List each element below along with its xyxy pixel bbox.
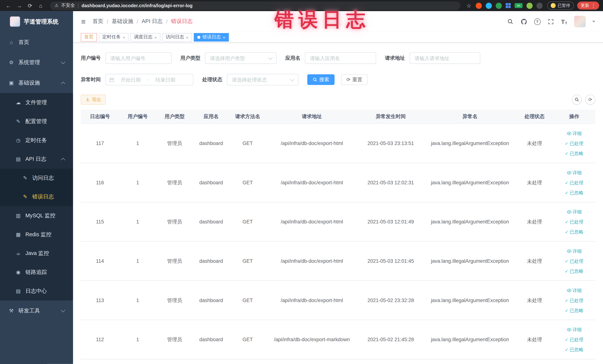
processed-link[interactable]: ✓已处理 [565,138,583,148]
app-logo[interactable]: 芋道管理系统 [0,11,73,32]
app-name-input[interactable] [305,52,376,64]
close-icon[interactable]: × [223,35,225,39]
tools-icon: ⚒ [8,308,15,314]
url-bar[interactable]: ⚠ 不安全 | dashboard.yudao.iocoder.cn/infra… [50,1,460,10]
detail-link[interactable]: 详细 [567,207,582,217]
sidebar-item-mysql-monitor[interactable]: ▥ MySQL 监控 [0,206,73,225]
sidebar-item-label: 文件管理 [25,99,47,106]
sidebar-item-file-management[interactable]: ☁ 文件管理 [0,93,73,112]
reset-button[interactable]: ⟳ 重置 [341,74,368,85]
filter-row-1: 用户编号 用户类型 应用名 请求 [81,52,595,64]
ignored-link[interactable]: ✓已忽略 [565,266,583,276]
update-button[interactable]: 更新 ⋮ [577,1,599,10]
reload-button[interactable]: ⟳ [25,1,35,10]
sidebar-item-system-management[interactable]: ⚙ 系统管理 [0,52,73,73]
profile-paused-badge[interactable]: 已暂停 [547,1,574,10]
toggle-search-button[interactable] [572,94,582,105]
github-icon[interactable] [520,18,527,25]
sidebar-item-trace[interactable]: ◉ 链路追踪 [0,263,73,282]
tab-error-log[interactable]: 错误日志 × [194,33,229,41]
help-icon[interactable]: ? [534,18,541,25]
eye-icon [567,170,571,175]
sidebar-item-access-log[interactable]: ✎ 访问日志 [0,169,73,188]
processed-link[interactable]: ✓已处理 [565,335,583,344]
sidebar-item-redis-monitor[interactable]: ▦ Redis 监控 [0,225,73,244]
table-row: 116 1 管理员 dashboard GET /api/infra/db-do… [81,163,595,202]
close-icon[interactable]: × [123,35,125,39]
search-button[interactable]: 搜索 [307,74,335,85]
hamburger-icon[interactable]: ≡ [79,17,88,26]
close-icon[interactable]: × [186,35,188,39]
filter-status: 处理状态 [202,74,299,85]
table-cell: 1 [119,241,156,281]
tab-scheduled-tasks[interactable]: 定时任务 × [99,33,129,41]
ignored-link[interactable]: ✓已忽略 [565,188,583,198]
status-select[interactable] [227,74,299,85]
sidebar-item-log-center[interactable]: ▤ 日志中心 [0,282,73,301]
pin-extension-icon[interactable] [536,2,543,9]
detail-link[interactable]: 详细 [567,285,582,295]
sidebar-item-api-log[interactable]: ▤ API 日志 [0,150,73,169]
table-cell: 113 [81,281,119,320]
database-icon: ▥ [15,213,22,218]
back-button[interactable]: ← [4,1,13,10]
security-label[interactable]: 不安全 [61,2,75,9]
orange-extension-icon[interactable] [475,2,482,9]
profile-avatar-icon [551,3,556,8]
breadcrumb-item-home[interactable]: 首页 [93,18,103,25]
avatar[interactable] [574,16,586,27]
exception-time-range-picker[interactable]: - [105,74,193,85]
check-icon: ✓ [565,148,568,158]
sidebar-item-java-monitor[interactable]: ☕ Java 监控 [0,244,73,263]
ignored-link[interactable]: ✓已忽略 [565,305,583,315]
green-extension-icon[interactable] [496,2,502,9]
refresh-button[interactable]: ⟳ [585,94,595,105]
tab-access-log[interactable]: 访问日志 × [162,33,192,41]
search-icon[interactable] [507,18,514,25]
detail-link[interactable]: 详细 [567,246,582,256]
home-button[interactable]: ⌂ [36,1,46,10]
detail-link[interactable]: 详细 [567,128,582,138]
home-icon: ⌂ [8,39,15,45]
ignored-link[interactable]: ✓已忽略 [565,344,583,354]
detail-link[interactable]: 详细 [567,325,582,335]
grid-extension-icon[interactable] [506,3,511,8]
processed-link[interactable]: ✓已处理 [565,177,583,188]
on-badge-extension-icon[interactable]: on [515,3,523,8]
chevron-down-icon[interactable] [592,21,595,22]
sidebar-item-dev-tools[interactable]: ⚒ 研发工具 [0,300,73,321]
processed-link[interactable]: ✓已处理 [565,256,583,266]
sidebar-item-home[interactable]: ⌂ 首页 [0,32,73,52]
tab-home[interactable]: 首页 [81,33,97,41]
close-icon[interactable]: × [154,35,157,39]
table-row: 112 1 管理员 dashboard GET /api/infra/db-do… [81,320,595,359]
ignored-link[interactable]: ✓已忽略 [565,148,583,158]
sidebar-item-error-log[interactable]: ✎ 错误日志 [0,187,73,206]
font-size-icon[interactable]: TT [561,18,568,25]
leaf-extension-icon[interactable] [526,2,533,9]
sidebar-item-scheduled-tasks[interactable]: ◷ 定时任务 [0,131,73,150]
sidebar-item-config-management[interactable]: ✎ 配置管理 [0,112,73,131]
forward-button[interactable]: → [15,1,24,10]
export-button[interactable]: 导出 [81,94,106,105]
breadcrumb-item-infrastructure[interactable]: 基础设施 [112,18,133,25]
sidebar-item-infrastructure[interactable]: ▣ 基础设施 [0,73,73,93]
detail-link[interactable]: 详细 [567,167,582,177]
bookmark-star-icon[interactable]: ☆ [466,2,471,9]
request-url-input[interactable] [409,52,480,64]
processed-link[interactable]: ✓已处理 [565,295,583,305]
breadcrumb-item-api-log[interactable]: API 日志 [142,18,162,25]
fullscreen-icon[interactable] [547,18,554,25]
table-cell: dashboard [193,281,229,320]
processed-link[interactable]: ✓已处理 [565,217,583,227]
ignored-link[interactable]: ✓已忽略 [565,227,583,237]
user-id-input[interactable] [105,52,172,64]
table-cell: 2021-05-02 23:32:28 [358,281,424,320]
user-type-select[interactable] [205,52,277,64]
tab-schedule-log[interactable]: 调度日志 × [130,33,160,41]
end-date-input[interactable] [151,76,180,83]
timer-icon: ◷ [15,137,22,143]
table-cell: java.lang.IllegalArgumentException [424,163,516,202]
blue-extension-icon[interactable] [486,2,492,9]
start-date-input[interactable] [116,76,146,83]
